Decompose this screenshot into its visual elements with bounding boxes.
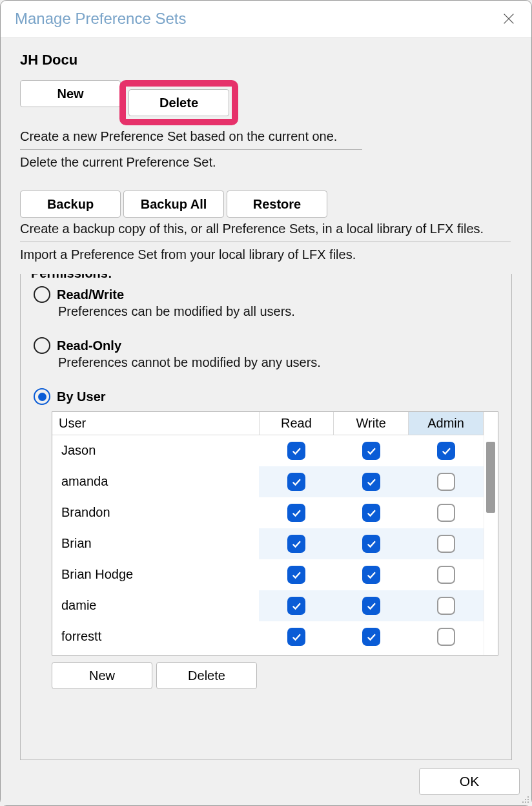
checkbox-admin[interactable] [437,442,455,460]
row-backup: Backup Backup All Restore [20,191,512,218]
permissions-legend: Permissions: [27,274,116,281]
table-row[interactable]: Brian Hodge [52,559,484,590]
read-cell [259,497,334,528]
radio-icon [34,388,50,405]
dialog-content: JH Docu New Delete Create a new Preferen… [1,37,531,765]
checkbox-write[interactable] [362,442,380,460]
admin-cell [409,590,484,621]
read-cell [259,559,334,590]
checkbox-read[interactable] [287,504,305,522]
row-new-delete: New Delete [20,80,512,125]
checkbox-read[interactable] [287,535,305,553]
table-row[interactable]: Brian [52,528,484,559]
preference-set-name: JH Docu [20,52,512,68]
admin-cell [409,621,484,652]
checkbox-write[interactable] [362,535,380,553]
col-admin[interactable]: Admin [409,412,484,435]
checkbox-admin[interactable] [437,504,455,522]
checkbox-read[interactable] [287,473,305,491]
dialog-footer: OK [1,765,531,805]
write-cell [334,466,409,497]
table-scrollbar[interactable] [484,412,498,655]
table-row[interactable]: forrestt [52,621,484,652]
svg-rect-2 [527,796,529,798]
write-cell [334,435,409,466]
write-cell [334,559,409,590]
radio-readonly-desc: Preferences cannot be modified by any us… [58,355,502,370]
checkbox-write[interactable] [362,566,380,584]
radio-icon [34,286,50,303]
table-row[interactable]: amanda [52,466,484,497]
checkbox-write[interactable] [362,597,380,615]
backup-desc: Create a backup copy of this, or all Pre… [20,218,511,240]
radio-byuser-label: By User [57,389,106,404]
user-cell: damie [52,590,259,621]
admin-cell [409,497,484,528]
radio-icon [34,337,50,354]
checkbox-write[interactable] [362,473,380,491]
close-icon [502,12,516,26]
read-cell [259,590,334,621]
new-preference-set-button[interactable]: New [20,80,121,107]
user-cell: Brian [52,528,259,559]
write-cell [334,590,409,621]
user-cell: Brandon [52,497,259,528]
table-row[interactable]: Brandon [52,497,484,528]
user-cell: forrestt [52,621,259,652]
resize-grip[interactable] [520,794,530,804]
delete-desc: Delete the current Preference Set. [20,151,362,174]
checkbox-read[interactable] [287,442,305,460]
checkbox-write[interactable] [362,628,380,646]
admin-cell [409,435,484,466]
read-cell [259,466,334,497]
checkbox-admin[interactable] [437,566,455,584]
backup-button[interactable]: Backup [20,191,121,218]
user-permissions-table: User Read Write Admin JasonamandaBrandon… [52,411,498,656]
checkbox-read[interactable] [287,628,305,646]
delete-highlight: Delete [119,80,238,125]
checkbox-admin[interactable] [437,535,455,553]
checkbox-admin[interactable] [437,597,455,615]
col-user[interactable]: User [52,412,259,435]
backup-all-button[interactable]: Backup All [123,191,224,218]
ok-button[interactable]: OK [419,768,520,795]
delete-preference-set-button[interactable]: Delete [128,89,229,116]
col-read[interactable]: Read [259,412,334,435]
checkbox-admin[interactable] [437,628,455,646]
checkbox-read[interactable] [287,566,305,584]
svg-rect-7 [527,801,529,803]
table-button-row: New Delete [52,662,502,689]
radio-readwrite-desc: Preferences can be modified by all users… [58,304,502,319]
col-write[interactable]: Write [334,412,409,435]
radio-byuser[interactable]: By User [34,388,502,405]
admin-cell [409,559,484,590]
svg-rect-3 [525,799,526,800]
admin-cell [409,466,484,497]
radio-readonly[interactable]: Read-Only [34,337,502,354]
user-cell: amanda [52,466,259,497]
restore-desc: Import a Preference Set from your local … [20,243,511,266]
checkbox-admin[interactable] [437,473,455,491]
titlebar: Manage Preference Sets [1,1,531,37]
dialog-window: Manage Preference Sets JH Docu New Delet… [0,0,532,806]
scrollbar-thumb[interactable] [486,442,495,513]
table-new-button[interactable]: New [52,662,152,689]
close-button[interactable] [500,10,517,27]
write-cell [334,497,409,528]
table-delete-button[interactable]: Delete [156,662,257,689]
svg-rect-5 [522,801,524,803]
user-cell: Jason [52,435,259,466]
svg-rect-4 [527,799,529,800]
read-cell [259,528,334,559]
checkbox-write[interactable] [362,504,380,522]
checkbox-read[interactable] [287,597,305,615]
write-cell [334,621,409,652]
user-cell: Brian Hodge [52,559,259,590]
restore-button[interactable]: Restore [227,191,327,218]
svg-rect-6 [525,801,526,803]
radio-readwrite-label: Read/Write [57,287,124,302]
table-row[interactable]: Jason [52,435,484,466]
table-row[interactable]: damie [52,590,484,621]
admin-cell [409,528,484,559]
radio-readwrite[interactable]: Read/Write [34,286,502,303]
